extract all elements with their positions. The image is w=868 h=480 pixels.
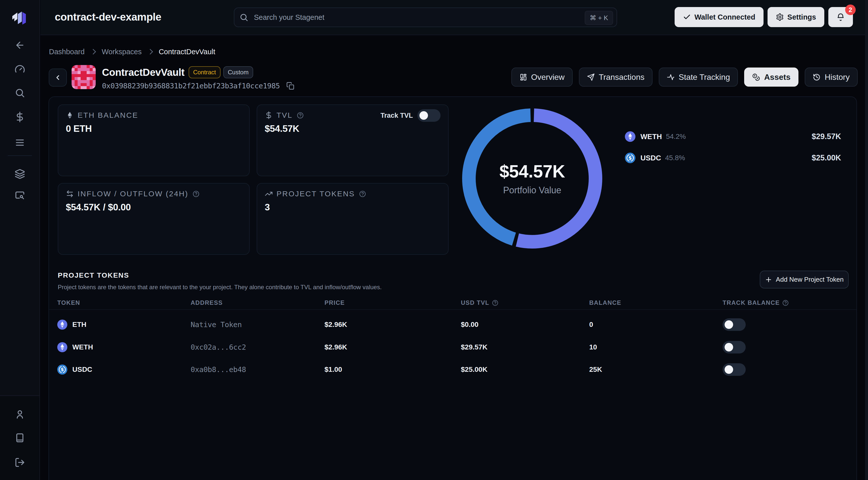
sidebar-profile-button[interactable] <box>12 406 28 422</box>
legend-weth-name: WETH <box>641 133 662 141</box>
breadcrumb-dashboard[interactable]: Dashboard <box>49 48 85 56</box>
contract-avatar <box>71 65 96 89</box>
contract-scan-icon <box>14 190 25 200</box>
table-header-track-balance: TRACK BALANCE <box>722 299 789 307</box>
track-tvl-label: Track TVL <box>380 112 413 120</box>
legend-weth-value: $29.57K <box>812 132 841 141</box>
dashboard-icon <box>519 73 527 81</box>
sidebar-back-button[interactable] <box>12 37 28 53</box>
table-header-token: TOKEN <box>57 299 80 307</box>
project-title: contract-dev-example <box>55 11 161 23</box>
help-circle-icon <box>192 190 200 198</box>
swap-arrows-icon <box>66 190 74 198</box>
breadcrumb-workspaces[interactable]: Workspaces <box>102 48 142 56</box>
settings-button[interactable]: Settings <box>768 7 824 27</box>
page-title: ContractDevVault <box>102 66 185 78</box>
legend-usdc-pct: 45.8% <box>665 154 685 162</box>
sidebar-menu-button[interactable] <box>12 134 28 151</box>
plus-icon <box>765 276 772 283</box>
inflow-outflow-value: $54.57K / $0.00 <box>66 202 131 213</box>
tvl-label: TVL <box>277 111 292 120</box>
copy-address-button[interactable] <box>285 81 296 91</box>
project-tokens-value: 3 <box>265 202 270 213</box>
project-tokens-section-title: PROJECT TOKENS <box>58 271 129 280</box>
tvl-card: TVL Track TVL $54.57K <box>257 104 448 176</box>
tab-transactions[interactable]: Transactions <box>579 67 652 87</box>
weth-icon <box>625 131 636 142</box>
sidebar-layers-button[interactable] <box>12 166 28 182</box>
sidebar-search-button[interactable] <box>12 85 28 101</box>
chevron-right-icon <box>148 49 153 55</box>
add-new-project-token-button[interactable]: Add New Project Token <box>760 270 849 288</box>
menu-icon <box>14 137 25 148</box>
sidebar-divider <box>8 155 32 156</box>
help-circle-icon <box>359 190 366 198</box>
search-bar[interactable]: Search your Stagenet ⌘ + K <box>234 7 617 27</box>
legend-row-weth: WETH 54.2% $29.57K <box>625 131 841 142</box>
bell-icon <box>836 12 845 22</box>
layers-icon <box>14 169 25 179</box>
project-tokens-label: PROJECT TOKENS <box>277 190 355 198</box>
wallet-connected-button[interactable]: Wallet Connected <box>675 7 764 27</box>
dollar-icon <box>265 111 273 119</box>
tab-assets[interactable]: Assets <box>744 67 799 87</box>
table-row-usdc: $ USDC 0xa0b8...eb48 $1.00 $25.00K 25K <box>49 358 857 381</box>
legend-row-usdc: $ USDC 45.8% $25.00K <box>625 152 841 164</box>
tab-state-tracking[interactable]: State Tracking <box>659 67 738 87</box>
search-icon <box>14 88 25 98</box>
track-balance-toggle-usdc[interactable] <box>722 363 746 376</box>
table-row-eth: ETH Native Token $2.96K $0.00 0 <box>49 313 857 336</box>
trending-up-icon <box>265 190 273 198</box>
tvl-value: $54.57K <box>265 124 299 134</box>
table-header-usd-tvl: USD TVL <box>461 299 499 307</box>
search-shortcut: ⌘ + K <box>585 11 613 25</box>
scrollbar-track[interactable] <box>865 0 868 480</box>
eth-icon <box>57 320 67 330</box>
assets-panel: ETH BALANCE 0 ETH TVL Track TVL $54.57K <box>49 96 857 480</box>
chevron-right-icon <box>90 49 96 55</box>
track-balance-toggle-eth[interactable] <box>722 318 746 331</box>
eth-balance-label: ETH BALANCE <box>78 111 138 120</box>
arrow-left-icon <box>14 40 25 51</box>
table-header-balance: BALANCE <box>589 299 621 307</box>
copy-icon <box>286 82 294 90</box>
gear-icon <box>776 13 784 21</box>
help-circle-icon <box>297 112 304 119</box>
inflow-outflow-label: INFLOW / OUTFLOW (24H) <box>78 190 188 198</box>
history-icon <box>813 73 820 81</box>
breadcrumb: Dashboard Workspaces ContractDevVault <box>49 47 215 56</box>
send-icon <box>587 73 595 81</box>
help-circle-icon <box>782 299 789 306</box>
portfolio-value: $54.57K <box>499 161 565 182</box>
portfolio-value-label: Portfolio Value <box>503 185 561 196</box>
tab-overview[interactable]: Overview <box>512 67 572 87</box>
table-row-weth: WETH 0xc02a...6cc2 $2.96K $29.57K 10 <box>49 336 857 358</box>
help-circle-icon <box>492 299 499 306</box>
tab-history[interactable]: History <box>805 67 858 87</box>
eth-balance-card: ETH BALANCE 0 ETH <box>58 104 250 176</box>
contract-address-row: 0x03988239b9368831b2f21ebbf23b3af10cce19… <box>102 80 296 91</box>
app-logo-icon[interactable] <box>12 11 28 25</box>
sidebar-contracts-button[interactable] <box>12 187 28 203</box>
tab-bar: Overview Transactions State Tracking Ass… <box>512 67 858 87</box>
table-header-price: PRICE <box>324 299 345 307</box>
sidebar-logout-button[interactable] <box>12 454 28 471</box>
activity-icon <box>667 73 675 81</box>
sidebar-docs-button[interactable] <box>12 430 28 446</box>
search-icon <box>239 13 248 22</box>
topbar: contract-dev-example Search your Stagene… <box>40 0 868 35</box>
sidebar-dashboard-button[interactable] <box>12 61 28 77</box>
coins-icon <box>752 73 760 81</box>
gauge-icon <box>14 64 25 74</box>
contract-badge: Contract <box>189 66 220 78</box>
track-balance-toggle-weth[interactable] <box>722 341 746 353</box>
contract-address: 0x03988239b9368831b2f21ebbf23b3af10cce19… <box>102 82 280 90</box>
track-tvl-toggle[interactable] <box>417 109 440 122</box>
table-header-address: ADDRESS <box>191 299 223 307</box>
notebook-icon <box>14 433 25 443</box>
search-placeholder: Search your Stagenet <box>254 13 324 22</box>
back-button[interactable] <box>49 68 67 87</box>
sidebar-finance-button[interactable] <box>12 109 28 125</box>
eth-icon <box>57 342 67 352</box>
eth-diamond-icon <box>66 111 74 119</box>
